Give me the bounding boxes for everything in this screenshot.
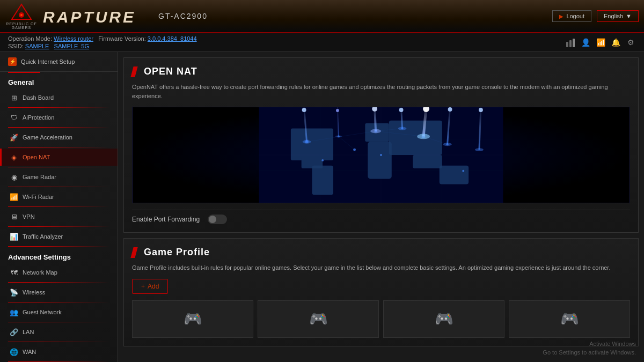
wifi-status-icon[interactable]: 📶	[595, 37, 606, 48]
svg-point-45	[370, 129, 381, 134]
sidebar-item-aiprotection[interactable]: 🛡 AiProtection	[0, 109, 118, 126]
wan-label: WAN	[23, 349, 36, 355]
nav-divider-9	[8, 282, 109, 283]
logout-button[interactable]: ▶ Logout	[552, 10, 591, 22]
nav-divider-1	[8, 107, 109, 108]
logout-label: Logout	[566, 13, 584, 19]
open-nat-label: Open NAT	[23, 154, 50, 160]
ssid-text: SSID: SAMPLE SAMPLE_5G	[8, 43, 197, 49]
enable-port-forwarding-label: Enable Port Forwarding	[132, 216, 200, 223]
svg-point-46	[417, 134, 430, 139]
svg-point-2	[20, 14, 23, 16]
svg-point-54	[448, 107, 452, 112]
operation-mode-link[interactable]: Wireless router	[54, 35, 93, 42]
game-card-3[interactable]: 🎮	[383, 300, 504, 338]
game-cards-row: 🎮 🎮 🎮 🎮	[132, 300, 630, 338]
sidebar: ⚡ Quick Internet Setup General ⊞ Dash Bo…	[0, 52, 118, 362]
wireless-icon: 📡	[10, 288, 18, 297]
header-logo: REPUBLIC OFGAMERS RAPTURE GT-AC2900	[5, 3, 552, 29]
svg-point-31	[462, 170, 464, 172]
svg-point-57	[479, 108, 483, 112]
svg-point-49	[335, 135, 342, 137]
traffic-analyzer-label: Traffic Analyzer	[23, 233, 63, 240]
game-profile-description: Game Profile includes built-in rules for…	[132, 263, 630, 272]
game-card-2[interactable]: 🎮	[258, 300, 379, 338]
svg-rect-18	[368, 142, 392, 179]
sidebar-item-game-acceleration[interactable]: 🚀 Game Acceleration	[0, 129, 118, 146]
add-game-button[interactable]: + Add	[132, 279, 168, 294]
dashboard-label: Dash Board	[23, 94, 54, 101]
vpn-label: VPN	[23, 213, 35, 220]
sidebar-item-wireless[interactable]: 📡 Wireless	[0, 284, 118, 301]
user-status-icon[interactable]: 👤	[580, 37, 591, 48]
sidebar-item-network-map[interactable]: 🗺 Network Map	[0, 264, 118, 281]
world-map-svg	[133, 107, 630, 203]
rog-logo: REPUBLIC OFGAMERS	[5, 3, 38, 29]
quick-setup-label: Quick Internet Setup	[21, 58, 75, 65]
svg-rect-4	[566, 42, 568, 47]
svg-point-56	[336, 109, 339, 112]
nav-divider-3	[8, 147, 109, 147]
settings-status-icon[interactable]: ⚙	[625, 37, 636, 48]
svg-rect-14	[291, 129, 333, 160]
sidebar-item-traffic-analyzer[interactable]: 📊 Traffic Analyzer	[0, 228, 118, 245]
port-forwarding-toggle[interactable]	[208, 215, 227, 224]
ssid-5g-link[interactable]: SAMPLE_5G	[54, 43, 89, 49]
open-nat-title-row: OPEN NAT	[132, 66, 630, 77]
status-left: Operation Mode: Wireless router Firmware…	[8, 35, 197, 49]
quick-setup-icon: ⚡	[8, 57, 17, 66]
network-status-icon[interactable]	[565, 37, 576, 48]
open-nat-title: OPEN NAT	[144, 66, 197, 77]
network-map-icon: 🗺	[10, 268, 18, 277]
content-area: OPEN NAT OpenNAT offers a hassle-free wa…	[118, 52, 644, 362]
open-nat-description: OpenNAT offers a hassle-free way to crea…	[132, 83, 630, 100]
sidebar-item-dashboard[interactable]: ⊞ Dash Board	[0, 89, 118, 106]
sidebar-item-guest-network[interactable]: 👥 Guest Network	[0, 304, 118, 321]
nav-divider-6	[8, 206, 109, 207]
svg-point-55	[399, 108, 404, 112]
notification-icon[interactable]: 🔔	[610, 37, 621, 48]
svg-point-51	[302, 108, 306, 112]
rog-eye-icon	[11, 3, 32, 22]
sidebar-item-vpn[interactable]: 🖥 VPN	[0, 208, 118, 225]
ssid-label: SSID:	[8, 43, 24, 49]
language-button[interactable]: English ▼	[597, 10, 639, 22]
gamepad-4-icon: 🎮	[560, 310, 579, 328]
lan-icon: 🔗	[10, 328, 18, 336]
nav-divider-7	[8, 226, 109, 227]
guest-network-icon: 👥	[10, 308, 18, 316]
sidebar-item-game-radar[interactable]: ◉ Game Radar	[0, 168, 118, 186]
firmware-link[interactable]: 3.0.0.4.384_81044	[148, 35, 197, 42]
quick-internet-setup[interactable]: ⚡ Quick Internet Setup	[0, 52, 118, 72]
game-card-4[interactable]: 🎮	[509, 300, 630, 338]
sidebar-item-lan[interactable]: 🔗 LAN	[0, 323, 118, 341]
port-forwarding-row: Enable Port Forwarding	[132, 210, 630, 224]
nav-divider-8	[8, 246, 109, 247]
rapture-logo: RAPTURE	[40, 5, 158, 27]
nav-divider-2	[8, 127, 109, 128]
wireless-label: Wireless	[23, 289, 45, 295]
gamepad-2-icon: 🎮	[309, 310, 328, 328]
sidebar-item-wan[interactable]: 🌐 WAN	[0, 343, 118, 360]
svg-point-28	[380, 154, 382, 156]
sidebar-item-wifi-radar[interactable]: 📶 Wi-Fi Radar	[0, 188, 118, 205]
ssid-link[interactable]: SAMPLE	[25, 43, 49, 49]
traffic-analyzer-icon: 📊	[10, 232, 18, 241]
header: REPUBLIC OFGAMERS RAPTURE GT-AC2900 ▶ Lo…	[0, 0, 644, 33]
network-map-label: Network Map	[23, 269, 57, 276]
game-profile-panel: Game Profile Game Profile includes built…	[123, 238, 639, 346]
svg-point-50	[475, 148, 484, 151]
title-slash-icon	[130, 67, 137, 77]
header-right: ▶ Logout English ▼	[552, 10, 639, 22]
model-name: GT-AC2900	[158, 12, 208, 20]
add-button-label: Add	[148, 283, 159, 290]
game-radar-icon: ◉	[10, 173, 18, 181]
gamepad-1-icon: 🎮	[184, 310, 202, 328]
svg-point-30	[321, 159, 324, 161]
svg-rect-16	[312, 166, 333, 195]
main-layout: ⚡ Quick Internet Setup General ⊞ Dash Bo…	[0, 52, 644, 362]
game-card-1[interactable]: 🎮	[132, 300, 253, 338]
sidebar-item-open-nat[interactable]: ◈ Open NAT	[0, 149, 118, 166]
vpn-icon: 🖥	[10, 212, 18, 221]
guest-network-label: Guest Network	[23, 309, 62, 315]
